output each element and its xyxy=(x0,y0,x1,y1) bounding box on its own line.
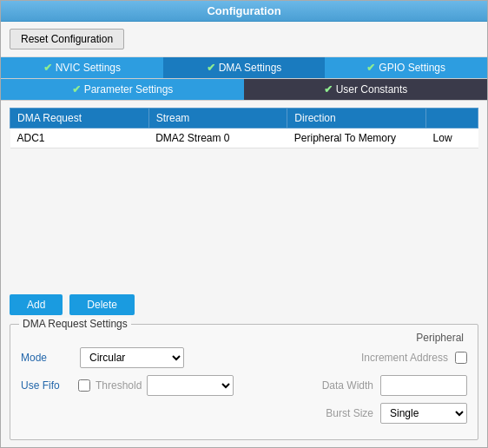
gpio-check-icon: ✔ xyxy=(366,62,375,74)
tab-gpio-label: GPIO Settings xyxy=(379,62,445,74)
data-width-group: Data Width Byte Half Word Word xyxy=(322,375,467,396)
table-section: DMA Request Stream Direction ADC1 DMA2 S… xyxy=(1,101,487,289)
tab-constants[interactable]: ✔ User Constants xyxy=(244,79,487,100)
tab-constants-label: User Constants xyxy=(336,83,408,96)
use-fifo-label: Use Fifo xyxy=(21,379,73,392)
params-check-icon: ✔ xyxy=(72,83,81,96)
settings-legend: DMA Request Settings xyxy=(19,318,131,330)
tab-params[interactable]: ✔ Parameter Settings xyxy=(1,79,244,100)
tab-dma-label: DMA Settings xyxy=(219,62,282,74)
tab-dma[interactable]: ✔ DMA Settings xyxy=(163,57,326,78)
col-priority xyxy=(426,109,478,128)
settings-box: DMA Request Settings Peripheral Mode Cir… xyxy=(10,324,478,440)
main-window: Configuration Reset Configuration ✔ NVIC… xyxy=(0,0,488,448)
peripheral-label-row: Peripheral xyxy=(21,332,467,344)
tab-gpio[interactable]: ✔ GPIO Settings xyxy=(325,57,487,78)
cell-stream: DMA2 Stream 0 xyxy=(148,128,287,148)
data-width-select[interactable]: Byte Half Word Word xyxy=(380,375,467,396)
cell-priority: Low xyxy=(426,128,478,148)
tab-nvic-label: NVIC Settings xyxy=(56,62,121,74)
nvic-check-icon: ✔ xyxy=(43,62,52,74)
delete-button[interactable]: Delete xyxy=(69,294,135,315)
data-width-label: Data Width xyxy=(322,379,373,392)
col-dma-request: DMA Request xyxy=(10,109,149,128)
tabs-row2: ✔ Parameter Settings ✔ User Constants xyxy=(1,79,487,101)
burst-size-select[interactable]: Single INCR4 INCR8 INCR16 xyxy=(380,403,467,424)
fifo-row: Use Fifo Threshold 1/4 1/2 3/4 Full Data… xyxy=(21,375,467,396)
increment-address-checkbox[interactable] xyxy=(455,352,467,364)
cell-direction: Peripheral To Memory xyxy=(287,128,426,148)
cell-dma-request: ADC1 xyxy=(10,128,149,148)
col-stream: Stream xyxy=(148,109,287,128)
increment-address-label: Increment Address xyxy=(361,352,448,364)
window-title: Configuration xyxy=(207,4,280,17)
dma-table: DMA Request Stream Direction ADC1 DMA2 S… xyxy=(10,108,478,148)
table-row[interactable]: ADC1 DMA2 Stream 0 Peripheral To Memory … xyxy=(10,128,478,148)
dma-check-icon: ✔ xyxy=(207,62,215,74)
peripheral-label: Peripheral xyxy=(416,332,464,344)
burst-size-label: Burst Size xyxy=(326,407,373,419)
burst-row: Burst Size Single INCR4 INCR8 INCR16 xyxy=(21,403,467,424)
add-button[interactable]: Add xyxy=(10,294,63,315)
col-direction: Direction xyxy=(287,109,426,128)
constants-check-icon: ✔ xyxy=(324,83,333,96)
title-bar: Configuration xyxy=(1,1,487,22)
toolbar: Reset Configuration xyxy=(1,22,487,57)
tab-params-label: Parameter Settings xyxy=(84,83,174,96)
increment-address-group: Increment Address xyxy=(361,352,467,364)
tab-nvic[interactable]: ✔ NVIC Settings xyxy=(1,57,163,78)
mode-label: Mode xyxy=(21,352,73,364)
mode-select[interactable]: Circular Normal xyxy=(80,347,184,368)
threshold-select[interactable]: 1/4 1/2 3/4 Full xyxy=(147,375,234,396)
reset-config-button[interactable]: Reset Configuration xyxy=(10,29,124,49)
use-fifo-group: Use Fifo Threshold 1/4 1/2 3/4 Full xyxy=(21,375,234,396)
use-fifo-checkbox[interactable] xyxy=(78,379,90,392)
tabs-row1: ✔ NVIC Settings ✔ DMA Settings ✔ GPIO Se… xyxy=(1,57,487,79)
threshold-label: Threshold xyxy=(96,379,142,392)
mode-row: Mode Circular Normal Increment Address xyxy=(21,347,467,368)
action-row: Add Delete xyxy=(1,289,487,320)
